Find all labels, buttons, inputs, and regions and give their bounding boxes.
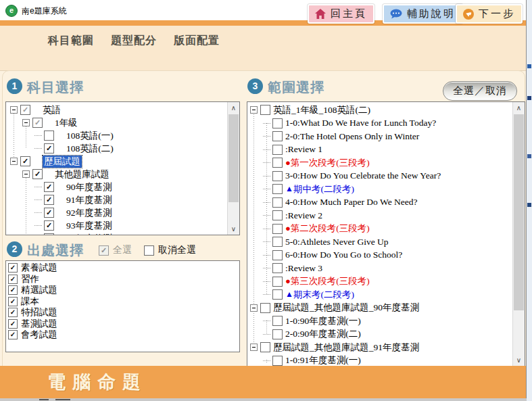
collapse-icon[interactable] <box>22 170 30 178</box>
checkbox-checked[interactable]: ✓ <box>8 308 18 317</box>
tree-item[interactable]: 1-0:90年度基測(一) <box>247 314 512 328</box>
tree-item[interactable]: ✓歷屆試題 <box>6 155 227 168</box>
checkbox-unchecked[interactable] <box>272 197 283 208</box>
tree-item[interactable]: :Review 3 <box>247 262 512 275</box>
checkbox-checked[interactable]: ✓ <box>44 182 54 192</box>
checkbox-checked[interactable]: ✓ <box>20 156 30 166</box>
checkbox-unchecked[interactable] <box>272 289 283 300</box>
checkbox-unchecked[interactable] <box>272 171 283 181</box>
checkbox-checked[interactable]: ✓ <box>32 169 43 179</box>
checkbox-unchecked[interactable] <box>272 277 283 287</box>
scroll-up-icon[interactable]: ∧ <box>513 102 525 114</box>
collapse-icon[interactable] <box>250 304 258 312</box>
tree-item[interactable]: 5-0:Athletes Never Give Up <box>247 235 512 249</box>
tree-item[interactable]: ✓93年度基測 <box>6 219 227 232</box>
list-item[interactable]: ✓習作 <box>6 274 239 285</box>
tree-item[interactable]: ✓英語 <box>6 103 227 116</box>
tree-item[interactable]: :Review 1 <box>247 143 512 157</box>
help-button[interactable]: 輔助說明 <box>383 4 463 24</box>
tree-item-label: 第二次段考(三段考) <box>291 222 370 235</box>
subject-tree-scrollbar[interactable]: ∧ ∨ <box>227 102 239 235</box>
checkbox-unchecked[interactable] <box>272 131 283 141</box>
tree-item[interactable]: 2-0:90年度基測(二) <box>247 328 512 341</box>
checkbox-partial[interactable]: ✓ <box>20 105 30 115</box>
checkbox-unchecked[interactable] <box>272 263 283 273</box>
tree-item[interactable]: :Review 2 <box>247 209 512 222</box>
list-item[interactable]: ✓精選試題 <box>6 285 239 296</box>
tree-item[interactable]: 3-0:How Do You Celebrate the New Year? <box>247 170 512 183</box>
scroll-down-icon[interactable]: ∨ <box>228 223 239 235</box>
collapse-icon[interactable] <box>250 106 258 114</box>
checkbox-unchecked[interactable] <box>272 316 283 326</box>
list-item[interactable]: ✓基測試題 <box>6 319 239 330</box>
tree-item[interactable]: 歷屆試題_其他題庫試題_90年度基測 <box>247 302 512 315</box>
scroll-up-icon[interactable]: ∧ <box>228 102 239 114</box>
next-step-button[interactable]: 下一步 <box>456 4 523 24</box>
select-all-toggle-button[interactable]: 全選／取消 <box>443 81 517 101</box>
checkbox-checked[interactable]: ✓ <box>8 297 18 306</box>
checkbox-checked[interactable]: ✓ <box>44 233 54 235</box>
checkbox-unchecked[interactable] <box>272 210 283 220</box>
scrollbar-thumb[interactable] <box>228 114 239 202</box>
collapse-icon[interactable] <box>22 119 30 126</box>
checkbox-checked[interactable]: ✓ <box>8 319 18 329</box>
tree-item[interactable]: ▲期中考(二段考) <box>247 183 512 196</box>
checkbox-checked[interactable]: ✓ <box>8 330 18 339</box>
checkbox-unchecked[interactable] <box>272 145 283 155</box>
checkbox-checked[interactable]: ✓ <box>44 143 54 154</box>
list-item[interactable]: ✓素養試題 <box>6 262 239 274</box>
tree-item[interactable]: ●第一次段考(三段考) <box>247 156 512 170</box>
tree-item[interactable]: 英語_1年級_108英語(二) <box>247 103 512 117</box>
collapse-icon[interactable] <box>10 158 18 165</box>
checkbox-checked[interactable]: ✓ <box>44 220 54 231</box>
scroll-down-icon[interactable]: ∨ <box>513 354 525 366</box>
checkbox-partial[interactable]: ✓ <box>32 118 43 128</box>
list-item[interactable]: ✓特招試題 <box>6 307 239 319</box>
list-item[interactable]: ✓課本 <box>6 296 239 308</box>
range-tree-scrollbar[interactable]: ∧ ∨ <box>512 102 525 366</box>
checkbox-unchecked[interactable] <box>144 245 154 256</box>
checkbox-checked[interactable]: ✓ <box>44 208 54 218</box>
tree-item[interactable]: ✓92年度基測 <box>6 206 227 219</box>
checkbox-unchecked[interactable] <box>272 184 283 194</box>
checkbox-checked[interactable]: ✓ <box>8 263 18 273</box>
checkbox-unchecked[interactable] <box>272 237 283 247</box>
tree-item[interactable]: ✓其他題庫試題 <box>6 168 227 181</box>
tree-item[interactable]: 4-0:How Much Paper Do We Need? <box>247 196 512 210</box>
collapse-icon[interactable] <box>10 106 18 114</box>
tree-item[interactable]: ▲期末考(二段考) <box>247 288 512 302</box>
tree-item[interactable]: 1-0:What Do We Have for Lunch Today? <box>247 117 512 131</box>
checkbox-unchecked[interactable] <box>260 105 270 115</box>
tree-item-label: :Review 3 <box>285 263 322 274</box>
checkbox-checked[interactable]: ✓ <box>8 275 18 284</box>
tree-item[interactable]: 6-0:How Do You Go to School? <box>247 249 512 262</box>
tree-item[interactable]: ✓91年度基測 <box>6 193 227 206</box>
checkbox-unchecked[interactable] <box>44 131 54 141</box>
scrollbar-thumb[interactable] <box>514 114 524 310</box>
checkbox-checked[interactable]: ✓ <box>8 285 18 295</box>
home-button[interactable]: 回主頁 <box>308 4 374 24</box>
checkbox-checked[interactable]: ✓ <box>44 195 54 205</box>
tree-item[interactable]: ✓108英語(二) <box>6 142 227 155</box>
deselect-all-checkbox[interactable]: 取消全選 <box>144 244 196 256</box>
checkbox-unchecked[interactable] <box>272 250 283 260</box>
checkbox-unchecked[interactable] <box>272 118 283 128</box>
tree-item[interactable]: 1-0:91年度基測(一) <box>247 354 512 367</box>
tree-item[interactable]: ✓1年級 <box>6 116 227 129</box>
tree-item[interactable]: ●第三次段考(三段考) <box>247 275 512 289</box>
list-item[interactable]: ✓會考試題 <box>6 329 239 341</box>
checkbox-unchecked[interactable] <box>272 329 283 339</box>
tree-item[interactable]: 2-0:The Hotel Opens Only in Winter <box>247 130 512 143</box>
list-item-label: 會考試題 <box>21 329 57 341</box>
collapse-icon[interactable] <box>250 344 258 351</box>
checkbox-unchecked[interactable] <box>272 224 283 234</box>
checkbox-unchecked[interactable] <box>272 356 283 366</box>
checkbox-unchecked[interactable] <box>260 303 270 313</box>
tree-item[interactable]: 歷屆試題_其他題庫試題_91年度基測 <box>247 341 512 354</box>
checkbox-unchecked[interactable] <box>260 342 270 352</box>
tree-item[interactable]: 108英語(一) <box>6 129 227 142</box>
tree-item[interactable]: ✓94年度基測 <box>6 232 227 235</box>
checkbox-unchecked[interactable] <box>272 158 283 168</box>
tree-item[interactable]: ●第二次段考(三段考) <box>247 222 512 236</box>
tree-item[interactable]: ✓90年度基測 <box>6 181 227 193</box>
